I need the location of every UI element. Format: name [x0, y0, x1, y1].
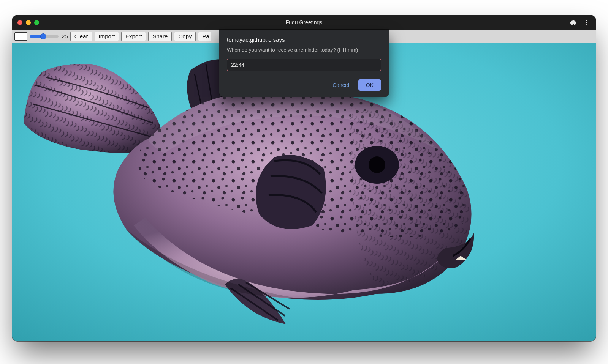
slider-thumb[interactable] — [40, 33, 46, 39]
brush-size-value: 25 — [62, 33, 68, 39]
minimize-window-icon[interactable] — [26, 20, 31, 25]
dialog-source: tomayac.github.io says — [227, 36, 381, 43]
dialog-message: When do you want to receive a reminder t… — [227, 47, 381, 54]
close-window-icon[interactable] — [17, 20, 22, 25]
import-button[interactable]: Import — [95, 32, 119, 41]
brush-size-slider[interactable] — [30, 35, 59, 38]
color-swatch[interactable] — [14, 32, 27, 41]
dialog-input[interactable] — [227, 59, 381, 71]
cancel-button[interactable]: Cancel — [329, 80, 352, 90]
js-prompt-dialog: tomayac.github.io says When do you want … — [219, 30, 389, 97]
window-controls — [17, 20, 39, 25]
brush-size-control: 25 — [30, 33, 68, 39]
maximize-window-icon[interactable] — [34, 20, 39, 25]
export-button[interactable]: Export — [121, 32, 146, 41]
ok-button[interactable]: OK — [358, 79, 381, 91]
kebab-menu-icon[interactable] — [584, 19, 590, 26]
svg-point-15 — [369, 156, 385, 173]
svg-point-2 — [586, 24, 587, 25]
app-window: Fugu Greetings 25 Clear Import — [12, 15, 596, 341]
svg-point-0 — [586, 20, 587, 21]
paste-button[interactable]: Pa — [198, 32, 211, 41]
titlebar: Fugu Greetings — [12, 15, 596, 30]
dialog-actions: Cancel OK — [227, 79, 381, 91]
clear-button[interactable]: Clear — [70, 32, 92, 41]
extension-icon[interactable] — [570, 19, 577, 26]
share-button[interactable]: Share — [148, 32, 172, 41]
svg-point-1 — [586, 22, 587, 23]
window-title: Fugu Greetings — [12, 19, 596, 25]
copy-button[interactable]: Copy — [174, 32, 196, 41]
